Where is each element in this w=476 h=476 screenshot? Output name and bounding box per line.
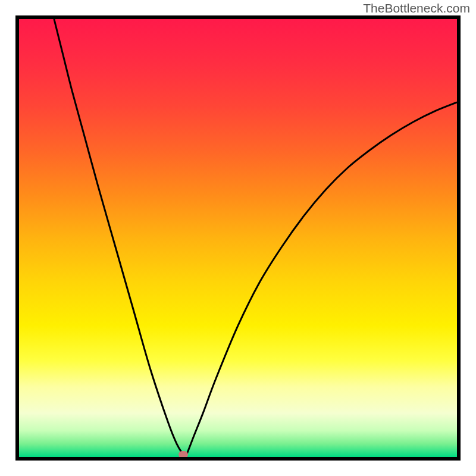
plot-area	[19, 19, 457, 457]
gradient-background	[19, 19, 457, 457]
chart-frame	[15, 15, 461, 461]
chart-svg	[19, 19, 457, 457]
optimal-point-marker	[178, 451, 188, 457]
watermark-text: TheBottleneck.com	[363, 1, 470, 15]
